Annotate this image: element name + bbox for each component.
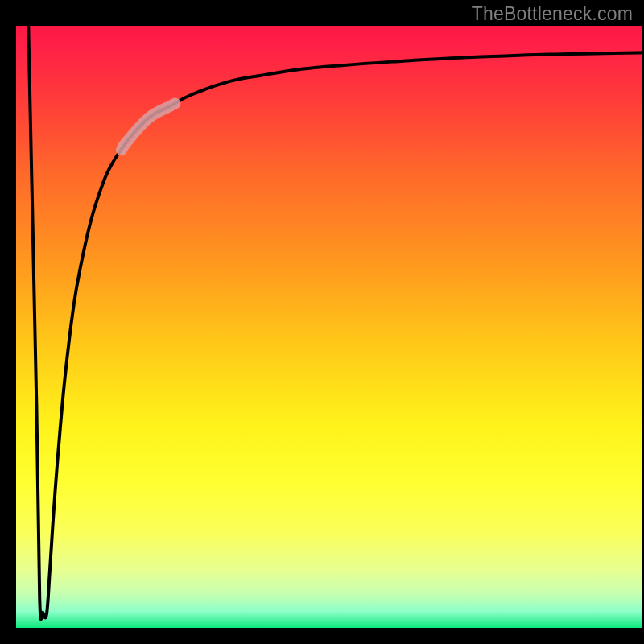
chart-canvas (0, 0, 644, 644)
plot-background (14, 24, 644, 630)
chart-stage: TheBottleneck.com (0, 0, 644, 644)
watermark-text: TheBottleneck.com (472, 3, 633, 25)
